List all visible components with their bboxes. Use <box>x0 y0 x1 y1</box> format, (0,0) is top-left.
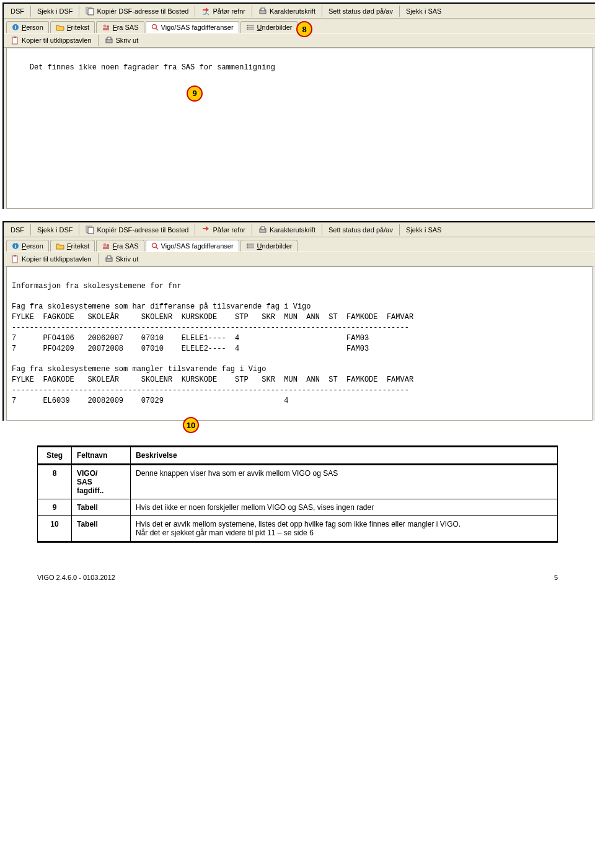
print-icon <box>105 255 113 263</box>
svg-rect-11 <box>247 25 249 26</box>
label: Skriv ut <box>116 37 139 44</box>
skriv-ut-button[interactable]: Skriv ut <box>101 35 143 46</box>
svg-rect-20 <box>107 37 111 40</box>
label: Person <box>22 24 43 31</box>
tab-person[interactable]: i Person <box>6 21 49 33</box>
label: Karakterutskrift <box>270 7 315 15</box>
svg-text:i: i <box>15 24 17 30</box>
folder-icon <box>56 242 64 250</box>
tab-underbilder[interactable]: Underbilder <box>240 21 298 33</box>
svg-rect-33 <box>249 243 254 245</box>
label: Underbilder <box>257 24 293 31</box>
svg-rect-32 <box>247 243 249 245</box>
kopier-utklipp-button[interactable]: Kopier til utklippstavlen <box>7 253 95 265</box>
separator <box>399 224 400 235</box>
separator <box>322 6 322 17</box>
label: Fritekst <box>67 24 89 31</box>
tab-underbilder[interactable]: Underbilder <box>240 240 298 252</box>
skriv-ut-button[interactable]: Skriv ut <box>101 253 143 265</box>
karakter-button[interactable]: Karakterutskrift <box>255 224 319 235</box>
tab-row-2: i Person Fritekst Fra SAS Vigo/SAS fagdi… <box>4 237 595 252</box>
content-pane-2: Informasjon fra skolesystemene for fnr F… <box>6 266 593 421</box>
cell-steg: 8 <box>38 465 72 499</box>
arrows-icon <box>201 226 210 234</box>
svg-rect-3 <box>261 8 265 11</box>
separator <box>195 224 195 235</box>
karakter-button[interactable]: Karakterutskrift <box>255 6 319 17</box>
cell-felt: Tabell <box>72 516 131 542</box>
info-icon: i <box>12 242 19 250</box>
status-dod-button[interactable]: Sett status død på/av <box>325 6 397 16</box>
kopier-dsf-button[interactable]: Kopiér DSF-adresse til Bosted <box>82 224 192 235</box>
page-footer: VIGO 2.4.6.0 - 0103.2012 5 <box>0 555 595 594</box>
separator <box>195 6 195 17</box>
dsf-button[interactable]: DSF <box>7 225 28 235</box>
separator <box>98 35 99 46</box>
svg-line-10 <box>156 28 158 30</box>
th-steg: Steg <box>38 447 72 465</box>
sjekk-sas-button[interactable]: Sjekk i SAS <box>402 6 445 16</box>
content-pane-1: Det finnes ikke noen fagrader fra SAS fo… <box>6 48 593 209</box>
list-icon <box>246 242 255 250</box>
content-text: Informasjon fra skolesystemene for fnr F… <box>12 282 413 405</box>
cell-felt: Tabell <box>72 499 131 516</box>
svg-rect-17 <box>12 37 17 44</box>
info-icon: i <box>12 24 19 31</box>
copy-icon <box>86 226 94 234</box>
tab-fritekst[interactable]: Fritekst <box>50 240 95 252</box>
status-dod-button[interactable]: Sett status død på/av <box>325 225 397 235</box>
pafor-refnr-button[interactable]: Påfør refnr <box>198 224 249 235</box>
svg-rect-8 <box>103 28 109 30</box>
svg-rect-38 <box>12 256 17 263</box>
label: Kopier til utklippstavlen <box>22 255 92 263</box>
svg-rect-41 <box>107 256 111 258</box>
separator <box>399 6 400 17</box>
search-icon <box>151 242 159 250</box>
th-feltnavn: Feltnavn <box>72 447 131 465</box>
toolbar-top: DSF Sjekk i DSF Kopiér DSF-adresse til B… <box>4 4 595 19</box>
svg-point-7 <box>107 25 109 28</box>
label: Skriv ut <box>116 255 139 263</box>
tab-fritekst[interactable]: Fritekst <box>50 21 95 33</box>
callout-9: 9 <box>187 85 203 102</box>
label: Kopiér DSF-adresse til Bosted <box>97 7 188 15</box>
sjekk-dsf-button[interactable]: Sjekk i DSF <box>33 225 76 235</box>
people-icon <box>102 242 110 250</box>
people-icon <box>102 24 110 31</box>
tab-person[interactable]: i Person <box>6 240 49 252</box>
svg-text:i: i <box>15 243 17 249</box>
arrows-icon <box>201 7 210 15</box>
cell-felt: VIGO/ SAS fagdiff.. <box>72 465 131 499</box>
cell-steg: 10 <box>38 516 72 542</box>
table-row: 9 Tabell Hvis det ikke er noen forskjell… <box>38 499 558 516</box>
sjekk-dsf-button[interactable]: Sjekk i DSF <box>33 6 76 16</box>
clipboard-icon <box>11 255 19 263</box>
svg-rect-35 <box>249 245 254 247</box>
toolbar-top-2: DSF Sjekk i DSF Kopiér DSF-adresse til B… <box>4 222 595 237</box>
pafor-refnr-button[interactable]: Påfør refnr <box>198 6 249 17</box>
dsf-button[interactable]: DSF <box>7 6 28 16</box>
separator <box>79 224 79 235</box>
th-beskrivelse: Beskrivelse <box>131 447 558 465</box>
steps-table: Steg Feltnavn Beskrivelse 8 VIGO/ SAS fa… <box>37 445 558 543</box>
kopier-utklipp-button[interactable]: Kopier til utklippstavlen <box>7 35 95 46</box>
tab-fra-sas[interactable]: Fra SAS <box>96 240 144 252</box>
separator <box>252 224 252 235</box>
tab-fra-sas[interactable]: Fra SAS <box>96 21 144 33</box>
separator <box>252 6 252 17</box>
copy-icon <box>86 7 94 15</box>
footer-page: 5 <box>554 574 558 581</box>
sjekk-sas-button[interactable]: Sjekk i SAS <box>402 225 445 235</box>
kopier-dsf-button[interactable]: Kopiér DSF-adresse til Bosted <box>82 6 192 17</box>
search-icon <box>151 24 159 31</box>
tab-fagdiff[interactable]: Vigo/SAS fagdifferanser <box>146 21 239 33</box>
clipboard-icon <box>11 36 19 45</box>
svg-rect-24 <box>261 227 265 229</box>
separator <box>79 6 79 17</box>
tab-fagdiff[interactable]: Vigo/SAS fagdifferanser <box>146 240 239 252</box>
content-text: Det finnes ikke noen fagrader fra SAS fo… <box>30 63 275 72</box>
label: Kopiér DSF-adresse til Bosted <box>97 226 188 234</box>
label: Person <box>22 242 43 250</box>
svg-rect-29 <box>103 247 109 249</box>
label: Fritekst <box>67 242 89 250</box>
